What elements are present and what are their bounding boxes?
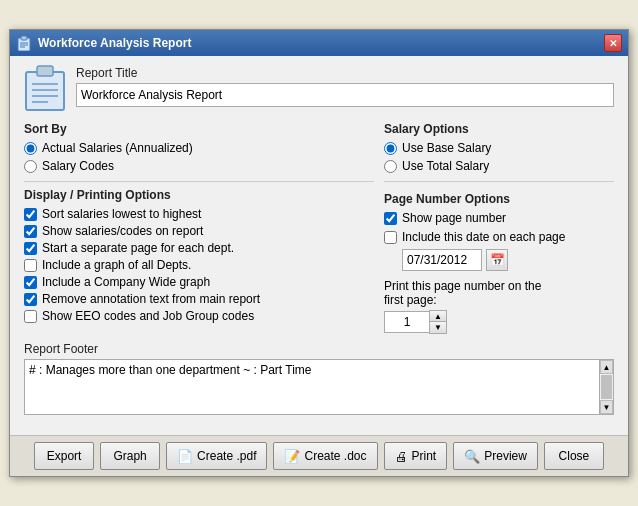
titlebar-left: Workforce Analysis Report <box>16 35 191 51</box>
report-title-label: Report Title <box>76 66 614 80</box>
window-title: Workforce Analysis Report <box>38 36 191 50</box>
graph-button[interactable]: Graph <box>100 442 160 470</box>
report-title-inner: Report Title <box>76 66 614 107</box>
export-button[interactable]: Export <box>34 442 94 470</box>
svg-rect-1 <box>21 36 27 40</box>
date-row: 📅 <box>402 249 614 271</box>
option-sort-lowest-label: Sort salaries lowest to highest <box>42 207 201 221</box>
clipboard-icon <box>24 64 66 112</box>
option-show-salaries-label: Show salaries/codes on report <box>42 224 203 238</box>
use-total-salary-label: Use Total Salary <box>402 159 489 173</box>
include-date-label: Include this date on each page <box>402 230 565 244</box>
footer-scrollbar[interactable]: ▲ ▼ <box>599 360 613 414</box>
page-number-label: Page Number Options <box>384 192 614 206</box>
option-company-wide[interactable]: Include a Company Wide graph <box>24 275 374 289</box>
first-page-row: Print this page number on the first page… <box>384 279 614 334</box>
show-page-number[interactable]: Show page number <box>384 211 614 225</box>
sort-by-label: Sort By <box>24 122 374 136</box>
sort-actual-label: Actual Salaries (Annualized) <box>42 141 193 155</box>
close-button[interactable]: Close <box>544 442 604 470</box>
page-num-row: Show page number Include this date on ea… <box>384 211 614 271</box>
option-show-eeo[interactable]: Show EEO codes and Job Group codes <box>24 309 374 323</box>
option-sort-lowest[interactable]: Sort salaries lowest to highest <box>24 207 374 221</box>
create-doc-button[interactable]: 📝 Create .doc <box>273 442 377 470</box>
option-company-wide-label: Include a Company Wide graph <box>42 275 210 289</box>
report-title-input[interactable] <box>76 83 614 107</box>
spinner-up-button[interactable]: ▲ <box>430 311 446 322</box>
right-panel: Salary Options Use Base Salary Use Total… <box>384 122 614 334</box>
option-remove-annotation[interactable]: Remove annotation text from main report <box>24 292 374 306</box>
svg-rect-6 <box>37 66 53 76</box>
scroll-down-arrow[interactable]: ▼ <box>600 400 613 414</box>
scroll-up-arrow[interactable]: ▲ <box>600 360 613 374</box>
calendar-button[interactable]: 📅 <box>486 249 508 271</box>
use-total-salary[interactable]: Use Total Salary <box>384 159 614 173</box>
titlebar: Workforce Analysis Report ✕ <box>10 30 628 56</box>
first-page-spinner[interactable] <box>384 311 429 333</box>
footer-scroll-container: # : Manages more than one department ~ :… <box>24 359 614 415</box>
option-graph-all-label: Include a graph of all Depts. <box>42 258 191 272</box>
main-window: Workforce Analysis Report ✕ Report Title <box>9 29 629 477</box>
button-bar: Export Graph 📄 Create .pdf 📝 Create .doc… <box>10 435 628 476</box>
preview-icon: 🔍 <box>464 449 480 464</box>
footer-text: # : Manages more than one department ~ :… <box>25 360 613 380</box>
option-separate-page-label: Start a separate page for each dept. <box>42 241 234 255</box>
spinner-down-button[interactable]: ▼ <box>430 322 446 333</box>
scroll-thumb[interactable] <box>601 375 612 399</box>
option-graph-all[interactable]: Include a graph of all Depts. <box>24 258 374 272</box>
salary-options-group: Use Base Salary Use Total Salary <box>384 141 614 173</box>
sort-salary-codes[interactable]: Salary Codes <box>24 159 374 173</box>
spinner-controls: ▲ ▼ <box>429 310 447 334</box>
include-date[interactable]: Include this date on each page <box>384 230 614 244</box>
app-icon-small <box>16 35 32 51</box>
display-options-group: Sort salaries lowest to highest Show sal… <box>24 207 374 323</box>
pdf-icon: 📄 <box>177 449 193 464</box>
report-title-section: Report Title <box>24 66 614 112</box>
create-pdf-button[interactable]: 📄 Create .pdf <box>166 442 267 470</box>
sort-codes-label: Salary Codes <box>42 159 114 173</box>
use-base-salary[interactable]: Use Base Salary <box>384 141 614 155</box>
sort-actual-salaries[interactable]: Actual Salaries (Annualized) <box>24 141 374 155</box>
option-show-eeo-label: Show EEO codes and Job Group codes <box>42 309 254 323</box>
display-options-label: Display / Printing Options <box>24 188 374 202</box>
sort-by-group: Actual Salaries (Annualized) Salary Code… <box>24 141 374 173</box>
option-show-salaries[interactable]: Show salaries/codes on report <box>24 224 374 238</box>
print-icon: 🖨 <box>395 449 408 464</box>
use-base-salary-label: Use Base Salary <box>402 141 491 155</box>
svg-rect-5 <box>26 72 64 110</box>
report-footer-label: Report Footer <box>24 342 614 356</box>
main-columns: Sort By Actual Salaries (Annualized) Sal… <box>24 122 614 334</box>
first-page-label: Print this page number on the first page… <box>384 279 614 307</box>
footer-section: Report Footer # : Manages more than one … <box>24 342 614 415</box>
option-separate-page[interactable]: Start a separate page for each dept. <box>24 241 374 255</box>
close-window-button[interactable]: ✕ <box>604 34 622 52</box>
doc-icon: 📝 <box>284 449 300 464</box>
left-panel: Sort By Actual Salaries (Annualized) Sal… <box>24 122 374 334</box>
preview-button[interactable]: 🔍 Preview <box>453 442 538 470</box>
option-remove-annotation-label: Remove annotation text from main report <box>42 292 260 306</box>
spinner-row: ▲ ▼ <box>384 310 614 334</box>
date-input[interactable] <box>402 249 482 271</box>
content-area: Report Title Sort By Actual Salaries (An… <box>10 56 628 435</box>
print-button[interactable]: 🖨 Print <box>384 442 448 470</box>
show-page-number-label: Show page number <box>402 211 506 225</box>
page-number-section: Page Number Options Show page number Inc… <box>384 192 614 334</box>
salary-options-label: Salary Options <box>384 122 614 136</box>
